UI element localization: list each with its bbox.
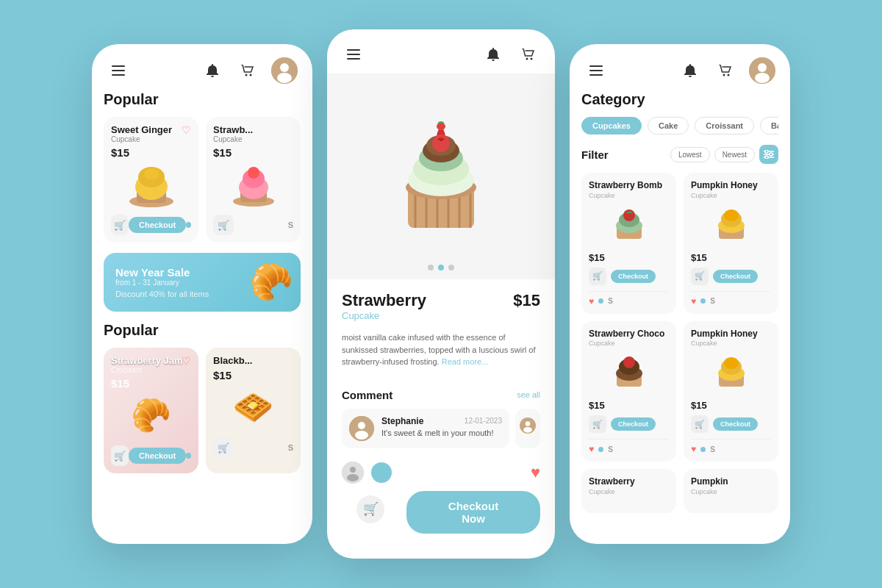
heart-icon[interactable]: ♥ <box>589 444 594 454</box>
add-to-cart-button[interactable]: 🛒 <box>213 215 234 235</box>
card-bottom: 🛒 S <box>213 437 293 458</box>
bell-icon[interactable] <box>481 43 505 66</box>
filter-settings-button[interactable] <box>759 145 778 164</box>
checkout-button[interactable]: Checkout <box>611 417 656 431</box>
sale-pastry-icon: 🥐 <box>249 262 293 303</box>
dot-indicator <box>700 298 706 304</box>
dot-indicator <box>700 447 706 452</box>
product-card-strawberry-jam: ♡ Strawberry Jam Croissant $15 🥐 🛒 Check… <box>104 348 198 473</box>
header-icons <box>201 57 298 84</box>
tab-cake[interactable]: Cake <box>648 117 689 135</box>
card-footer: ♥ S <box>691 291 771 306</box>
svg-rect-48 <box>589 70 603 71</box>
comment-body: Stephanie 12-01-2023 It's sweet & melt i… <box>381 416 502 441</box>
svg-point-3 <box>245 74 248 76</box>
cart-icon[interactable] <box>236 59 259 82</box>
menu-icon[interactable] <box>107 59 130 82</box>
checkout-button[interactable]: Checkout <box>713 270 758 283</box>
product-price: $15 <box>589 400 669 411</box>
product-price: $15 <box>691 252 771 263</box>
menu-icon[interactable] <box>584 59 608 82</box>
card-name: Sweet Ginger <box>111 124 191 135</box>
card-footer: ♥ S <box>589 291 669 306</box>
cart-bottom-icon[interactable]: 🛒 <box>356 495 384 523</box>
product-price: $15 <box>589 252 669 263</box>
tab-cupcakes[interactable]: Cupcakes <box>581 117 642 135</box>
avatar <box>749 57 775 84</box>
filter-newest[interactable]: Newest <box>714 147 755 162</box>
add-to-cart-button[interactable]: 🛒 <box>691 268 709 285</box>
tab-croissant[interactable]: Croissant <box>695 117 754 135</box>
checkout-button[interactable]: Checkout <box>129 217 186 233</box>
card-bottom: 🛒 Checkout <box>111 215 191 235</box>
s-label: S <box>288 220 293 229</box>
svg-point-51 <box>728 74 730 76</box>
svg-rect-19 <box>347 54 360 55</box>
dot-2[interactable] <box>438 265 444 270</box>
card-image <box>118 159 184 210</box>
checkout-now-button[interactable]: Checkout Now <box>406 491 540 534</box>
product-name: Strawberry Bomb <box>589 180 669 192</box>
card-price: $15 <box>111 146 191 159</box>
filter-lowest[interactable]: Lowest <box>670 147 710 162</box>
s-label: S <box>608 297 613 305</box>
s-label: S <box>288 443 293 452</box>
card-type: Croissant <box>111 366 191 374</box>
dot-indicator <box>598 298 603 304</box>
dot-3[interactable] <box>448 265 454 270</box>
menu-icon[interactable] <box>342 43 365 66</box>
svg-point-40 <box>355 431 368 440</box>
add-to-cart-button[interactable]: 🛒 <box>691 415 709 433</box>
heart-icon[interactable]: ♥ <box>589 296 594 306</box>
add-to-cart-button[interactable]: 🛒 <box>111 445 129 466</box>
svg-point-64 <box>623 209 635 221</box>
comment-avatar <box>349 416 374 441</box>
comment-card: Stephanie 12-01-2023 It's sweet & melt i… <box>342 409 509 448</box>
add-to-cart-button[interactable]: 🛒 <box>111 215 129 235</box>
bell-icon[interactable] <box>678 59 702 82</box>
heart-icon[interactable]: ♡ <box>182 124 191 136</box>
product-card-pumpkin-bottom: Pumpkin Cupcake <box>684 469 778 513</box>
s-label: S <box>608 445 613 453</box>
avatar <box>271 57 298 84</box>
bell-icon[interactable] <box>201 59 224 82</box>
add-to-cart-button[interactable]: 🛒 <box>213 437 234 458</box>
phone-screen-2: Strawberry Cupcake $15 moist vanilla cak… <box>327 29 555 559</box>
product-card-strawberry: Strawb... Cupcake $15 🛒 <box>206 117 301 243</box>
svg-point-36 <box>437 123 445 130</box>
comment-date: 12-01-2023 <box>465 417 502 425</box>
checkout-button[interactable]: Checkout <box>129 448 186 464</box>
cart-icon[interactable] <box>517 43 540 66</box>
tab-baguette[interactable]: Baguette <box>760 117 778 135</box>
see-all-link[interactable]: see all <box>517 390 540 399</box>
product-price: $15 <box>513 291 540 310</box>
favorite-icon[interactable]: ♥ <box>531 463 540 482</box>
read-more-link[interactable]: Read more... <box>442 357 489 366</box>
section2-title: Popular <box>104 322 301 339</box>
product-type: Cupcake <box>589 340 669 347</box>
add-to-cart-button[interactable]: 🛒 <box>589 415 606 433</box>
checkout-button[interactable]: Checkout <box>713 417 758 431</box>
svg-point-17 <box>248 167 259 179</box>
svg-rect-1 <box>112 70 125 71</box>
product-hero-image <box>327 74 555 279</box>
cards-row-2: ♡ Strawberry Jam Croissant $15 🥐 🛒 Check… <box>104 348 301 473</box>
card-image: 🧇 <box>220 381 287 433</box>
heart-icon[interactable]: ♥ <box>691 296 696 306</box>
header-icons <box>678 57 775 84</box>
heart-icon[interactable]: ♡ <box>182 355 191 367</box>
dot-1[interactable] <box>428 265 434 270</box>
checkout-button[interactable]: Checkout <box>611 270 656 283</box>
svg-point-59 <box>770 153 772 156</box>
product-info: Strawberry Cupcake $15 moist vanilla cak… <box>327 279 555 389</box>
heart-icon[interactable]: ♥ <box>691 444 696 454</box>
cart-icon[interactable] <box>714 59 737 82</box>
svg-point-54 <box>755 73 770 83</box>
svg-rect-0 <box>112 65 125 67</box>
add-to-cart-button[interactable]: 🛒 <box>589 268 606 285</box>
dot-indicator <box>186 222 191 228</box>
icon-group: ♥ S <box>589 444 613 454</box>
svg-point-50 <box>723 74 725 76</box>
screen1-content: Popular ♡ Sweet Ginger Cupcake $15 <box>92 91 312 484</box>
card-name: Strawb... <box>213 124 293 135</box>
